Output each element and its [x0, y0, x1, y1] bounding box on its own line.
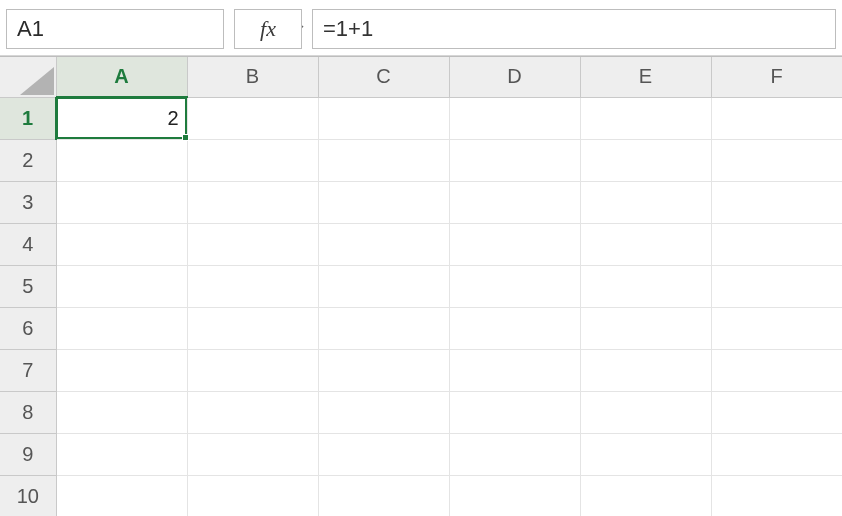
row-header-1[interactable]: 1	[0, 97, 56, 139]
row-header-5[interactable]: 5	[0, 265, 56, 307]
row-header-8[interactable]: 8	[0, 391, 56, 433]
cell-D6[interactable]	[449, 307, 580, 349]
cell-F6[interactable]	[711, 307, 842, 349]
cell-D5[interactable]	[449, 265, 580, 307]
fx-icon: fx	[260, 16, 276, 42]
column-header-D[interactable]: D	[449, 57, 580, 97]
cell-F3[interactable]	[711, 181, 842, 223]
select-all-corner[interactable]	[0, 57, 56, 97]
cell-B3[interactable]	[187, 181, 318, 223]
row-header-6[interactable]: 6	[0, 307, 56, 349]
row-header-10[interactable]: 10	[0, 475, 56, 516]
cell-C3[interactable]	[318, 181, 449, 223]
cell-E9[interactable]	[580, 433, 711, 475]
formula-bar: fx	[0, 0, 842, 56]
cell-A1[interactable]: 2	[56, 97, 187, 139]
cell-E8[interactable]	[580, 391, 711, 433]
cell-B8[interactable]	[187, 391, 318, 433]
cell-A2[interactable]	[56, 139, 187, 181]
cell-A7[interactable]	[56, 349, 187, 391]
cell-D8[interactable]	[449, 391, 580, 433]
column-header-F[interactable]: F	[711, 57, 842, 97]
cell-A3[interactable]	[56, 181, 187, 223]
cell-D1[interactable]	[449, 97, 580, 139]
name-box[interactable]	[6, 9, 224, 49]
cell-C2[interactable]	[318, 139, 449, 181]
insert-function-button[interactable]: fx	[234, 9, 302, 49]
cell-A5[interactable]	[56, 265, 187, 307]
cell-B4[interactable]	[187, 223, 318, 265]
cell-F2[interactable]	[711, 139, 842, 181]
cell-C10[interactable]	[318, 475, 449, 516]
cell-E4[interactable]	[580, 223, 711, 265]
cell-E7[interactable]	[580, 349, 711, 391]
cell-F1[interactable]	[711, 97, 842, 139]
cell-C9[interactable]	[318, 433, 449, 475]
cell-A4[interactable]	[56, 223, 187, 265]
cell-C1[interactable]	[318, 97, 449, 139]
cell-F10[interactable]	[711, 475, 842, 516]
cell-D4[interactable]	[449, 223, 580, 265]
cell-A6[interactable]	[56, 307, 187, 349]
row-header-9[interactable]: 9	[0, 433, 56, 475]
cell-A9[interactable]	[56, 433, 187, 475]
cell-E2[interactable]	[580, 139, 711, 181]
cell-C8[interactable]	[318, 391, 449, 433]
row-header-4[interactable]: 4	[0, 223, 56, 265]
cell-E3[interactable]	[580, 181, 711, 223]
column-header-E[interactable]: E	[580, 57, 711, 97]
cell-A8[interactable]	[56, 391, 187, 433]
cell-B6[interactable]	[187, 307, 318, 349]
cell-D9[interactable]	[449, 433, 580, 475]
cell-C4[interactable]	[318, 223, 449, 265]
cell-C7[interactable]	[318, 349, 449, 391]
row-header-7[interactable]: 7	[0, 349, 56, 391]
row-header-3[interactable]: 3	[0, 181, 56, 223]
spreadsheet-grid: A B C D E F 122345678910	[0, 56, 842, 516]
column-header-B[interactable]: B	[187, 57, 318, 97]
cell-F8[interactable]	[711, 391, 842, 433]
cell-B10[interactable]	[187, 475, 318, 516]
cell-C5[interactable]	[318, 265, 449, 307]
cell-B5[interactable]	[187, 265, 318, 307]
formula-input-container[interactable]	[312, 9, 836, 49]
cell-E6[interactable]	[580, 307, 711, 349]
cell-D2[interactable]	[449, 139, 580, 181]
cell-F5[interactable]	[711, 265, 842, 307]
cell-A10[interactable]	[56, 475, 187, 516]
formula-input[interactable]	[323, 16, 825, 42]
cell-D3[interactable]	[449, 181, 580, 223]
cell-D7[interactable]	[449, 349, 580, 391]
column-header-C[interactable]: C	[318, 57, 449, 97]
cell-F9[interactable]	[711, 433, 842, 475]
cell-F7[interactable]	[711, 349, 842, 391]
column-header-A[interactable]: A	[56, 57, 187, 97]
cell-B9[interactable]	[187, 433, 318, 475]
cell-B7[interactable]	[187, 349, 318, 391]
cell-B1[interactable]	[187, 97, 318, 139]
cell-E5[interactable]	[580, 265, 711, 307]
cell-E10[interactable]	[580, 475, 711, 516]
cell-D10[interactable]	[449, 475, 580, 516]
cell-B2[interactable]	[187, 139, 318, 181]
row-header-2[interactable]: 2	[0, 139, 56, 181]
cell-E1[interactable]	[580, 97, 711, 139]
cell-C6[interactable]	[318, 307, 449, 349]
cell-F4[interactable]	[711, 223, 842, 265]
